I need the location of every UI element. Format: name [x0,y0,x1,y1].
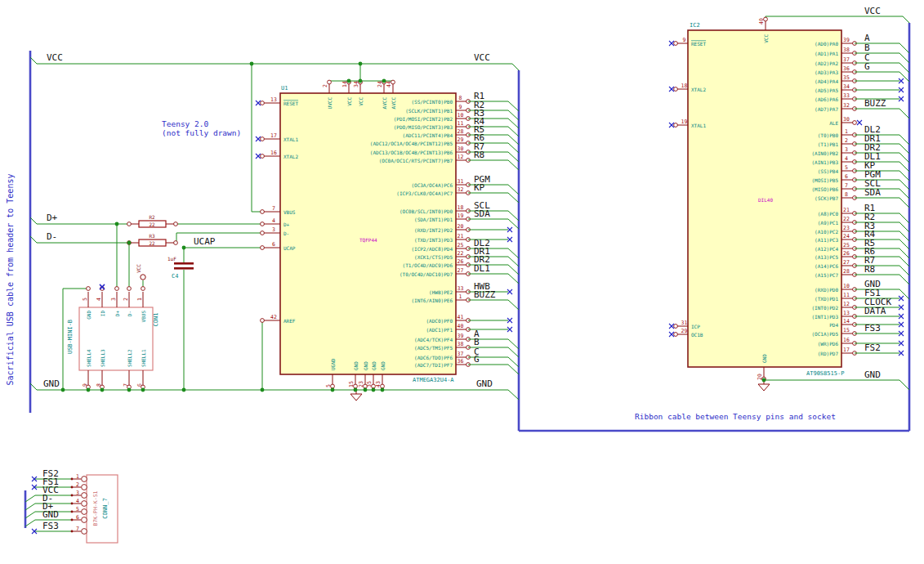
pin-name: (A11)PC3 [815,237,838,243]
pin-number: 12 [458,154,464,160]
wire[interactable] [30,217,129,224]
bus-entry [899,109,909,119]
net-label-VCC[interactable]: VCC [864,6,881,16]
pin-number: 21 [458,233,464,239]
wire[interactable] [766,16,909,23]
capacitor-plate[interactable] [174,267,194,270]
junction-dot [372,388,376,392]
bus-entry [508,339,519,349]
net-label-GND[interactable]: GND [476,378,493,389]
pin-name: (AD4)PA4 [815,78,838,84]
wire[interactable] [30,236,129,243]
note-ribbon: Ribbon cable between Teensy pins and soc… [635,412,836,421]
pin-name: (AD5)PA5 [815,87,838,93]
bus-entry [508,347,519,357]
net-label-GND[interactable]: GND [42,509,59,520]
pin-number: 8 [845,191,848,198]
pin-name: (SCLK/PCINT1)PB1 [405,108,453,114]
pin-number: 9 [459,104,462,110]
wire[interactable] [764,378,909,390]
net-label-G[interactable]: G [474,354,480,365]
pin-end-circle [261,246,265,250]
net-label-FS3[interactable]: FS3 [864,323,881,333]
conn7-value: B7K-PH-K-S1 [92,490,99,526]
pin-number: 7 [845,182,848,189]
pin-name: ICP [691,324,700,329]
net-label-GND[interactable]: GND [43,378,60,389]
pin-name: (OC0A/OC1C/RTS/PCINT7)PB7 [379,158,453,163]
wire[interactable] [176,233,262,243]
net-label-VCC[interactable]: VCC [474,52,490,63]
junction-dot [331,388,335,392]
net-label-D+[interactable]: D+ [47,213,58,223]
pin-number: 24 [843,233,850,239]
pin-number: 28 [843,268,850,275]
pin-name: VCC [763,34,769,43]
pin-name: XTAL1 [283,137,298,142]
ic-ref: U1 [281,85,288,92]
pin-number: 21 [843,207,850,213]
net-label-SDA[interactable]: SDA [474,208,490,219]
pin-name: (A9)PC1 [818,220,839,226]
pin-name: (A12)PC4 [815,246,838,252]
pin-number: 1 [845,128,848,135]
net-label-DATA[interactable]: DATA [864,306,886,316]
pin-number: 44 [386,81,392,87]
pin-name: (RXD/INT2)PD2 [414,227,453,233]
net-label-GND[interactable]: GND [864,369,881,380]
pin-number: 38 [843,47,850,53]
net-label-UCAP[interactable]: UCAP [194,236,216,247]
pin-name: (INT6/AIN0)PE6 [411,298,453,303]
net-label-R8[interactable]: R8 [474,150,484,160]
gnd-symbol [350,394,362,401]
pin-end-dot [71,519,74,521]
bus-entry [508,127,519,137]
pin-name: D- [127,311,132,316]
net-label-KP[interactable]: KP [474,182,485,193]
conn7-pin-circle [82,509,87,515]
bus-entry [899,275,909,284]
wire[interactable] [30,57,519,70]
pin-end-dot [71,503,74,505]
net-label-R8[interactable]: R8 [864,264,875,275]
pin-number: 16 [843,337,850,343]
net-label-D-[interactable]: D- [47,231,57,242]
schematic-canvas: U1ATMEGA32U4-ATQFP4413RESET17XTAL116XTAL… [0,0,924,564]
pin-end-dot [71,530,74,533]
net-label-BUZZ[interactable]: BUZZ [474,289,496,300]
net-label-FS3[interactable]: FS3 [42,521,59,531]
pin-name: VBUS [141,311,146,323]
net-label-G[interactable]: G [864,61,870,72]
conn7-pin-circle [82,485,87,490]
pin-name: (OC3A/OC4A)PC6 [411,182,453,188]
pin-end-circle [141,287,145,291]
ic-footprint: TQFP44 [359,237,377,243]
pin-name: GND [371,361,377,370]
pin-end-circle [261,231,265,235]
pin-name: (AIN0)PB2 [811,150,838,156]
pin-name: GND [380,361,386,370]
pin-name: RESET [283,101,298,106]
capacitor-plate[interactable] [174,262,194,265]
pin-name: (ADC6/TDO)PF6 [414,355,453,360]
pin-number: 31 [681,320,688,326]
pin-number: 32 [843,102,850,109]
pin-number: 4 [272,217,275,224]
vcc-power-label: VCC [136,264,141,273]
net-label-FS2[interactable]: FS2 [864,342,881,353]
pin-number: 26 [843,250,850,257]
pin-number: 7 [123,383,129,387]
junction-dot [182,388,186,392]
net-label-DL1[interactable]: DL1 [474,263,490,274]
net-label-BUZZ[interactable]: BUZZ [864,98,886,109]
net-label-SDA[interactable]: SDA [864,187,881,198]
pin-end-dot [71,486,74,489]
bus-entry [899,222,909,232]
bus-entry [508,193,519,203]
pin-name: (AD0)PA0 [815,41,838,47]
pin-name: (ADC0)PF0 [426,318,453,324]
pin-number: 1 [76,473,79,480]
pin-number: 35 [843,74,850,81]
net-label-VCC[interactable]: VCC [47,52,63,63]
pin-name: (ADC11/PCINT4)PB4 [403,132,453,138]
